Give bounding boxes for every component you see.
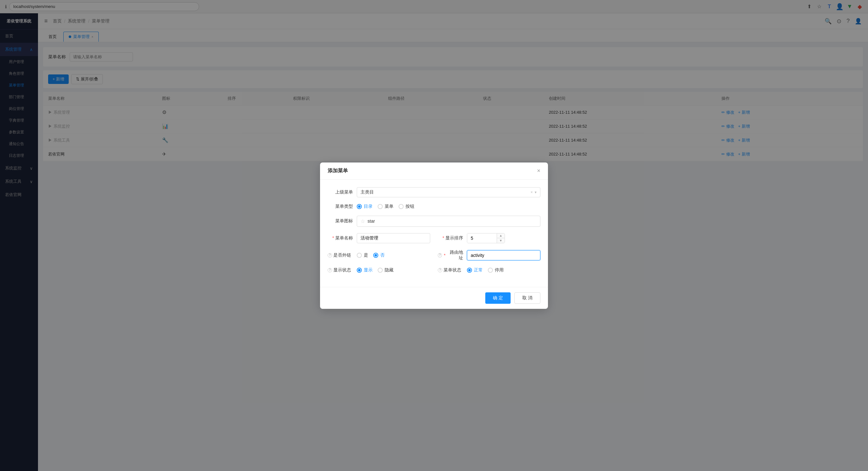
select-clear-icon[interactable]: × [531, 190, 533, 195]
help-icon-external[interactable]: ? [328, 253, 332, 258]
modal-title: 添加菜单 [328, 168, 348, 174]
external-route-row: ? 是否外链 是 否 [328, 249, 540, 261]
menu-name-input[interactable] [357, 233, 430, 243]
parent-menu-row: 上级菜单 主类目 × ▾ [328, 187, 540, 197]
name-order-row: 菜单名称 显示排序 ▲ ▼ [328, 233, 540, 243]
radio-disabled-label: 停用 [495, 267, 504, 273]
display-order-input[interactable] [467, 233, 497, 243]
menu-name-field: 菜单名称 [328, 233, 430, 243]
radio-button[interactable]: 按钮 [399, 204, 414, 209]
display-order-spinner: ▲ ▼ [467, 233, 505, 243]
display-status-radio-group: 显示 隐藏 [357, 267, 394, 273]
radio-show[interactable]: 显示 [357, 267, 373, 273]
modal-header: 添加菜单 × [320, 163, 548, 180]
radio-no-label: 否 [380, 253, 384, 258]
radio-yes-circle [357, 253, 362, 258]
spinner-controls: ▲ ▼ [497, 233, 504, 243]
status-row: ? 显示状态 显示 隐藏 [328, 267, 540, 273]
menu-status-label: ? 菜单状态 [438, 267, 463, 273]
radio-directory-circle [357, 204, 362, 209]
menu-status-radio-group: 正常 停用 [467, 267, 504, 273]
external-link-field: ? 是否外链 是 否 [328, 253, 430, 258]
radio-directory[interactable]: 目录 [357, 204, 373, 209]
radio-hide-circle [378, 268, 383, 273]
menu-status-field: ? 菜单状态 正常 停用 [438, 267, 540, 273]
radio-hide[interactable]: 隐藏 [378, 267, 394, 273]
radio-disabled[interactable]: 停用 [488, 267, 504, 273]
display-order-field: 显示排序 ▲ ▼ [438, 233, 540, 243]
display-status-label: ? 显示状态 [328, 267, 353, 273]
menu-name-label: 菜单名称 [328, 235, 353, 241]
radio-normal-label: 正常 [474, 267, 483, 273]
radio-normal[interactable]: 正常 [467, 267, 483, 273]
radio-menu[interactable]: 菜单 [378, 204, 394, 209]
help-icon-menu-status[interactable]: ? [438, 268, 442, 272]
cancel-button[interactable]: 取 消 [515, 292, 540, 304]
menu-type-radio-group: 目录 菜单 按钮 [357, 204, 414, 209]
select-actions: × ▾ [531, 190, 536, 195]
add-menu-modal: 添加菜单 × 上级菜单 主类目 × ▾ 菜单类型 [320, 163, 548, 309]
menu-type-label: 菜单类型 [328, 204, 353, 209]
help-icon-route[interactable]: ? [438, 253, 442, 258]
radio-external-no[interactable]: 否 [373, 253, 384, 258]
spinner-down-button[interactable]: ▼ [497, 238, 504, 243]
radio-button-label: 按钮 [405, 204, 414, 209]
parent-menu-value: 主类目 [361, 189, 531, 195]
route-path-field: ? * 路由地址 [438, 249, 540, 261]
star-icon: ☆ [361, 218, 365, 224]
radio-directory-label: 目录 [364, 204, 373, 209]
parent-menu-label: 上级菜单 [328, 189, 353, 195]
radio-button-circle [399, 204, 404, 209]
spinner-up-button[interactable]: ▲ [497, 233, 504, 238]
modal-footer: 确 定 取 消 [320, 287, 548, 309]
menu-icon-row: 菜单图标 ☆ star [328, 216, 540, 227]
external-radio-group: 是 否 [357, 253, 384, 258]
radio-menu-label: 菜单 [384, 204, 394, 209]
confirm-button[interactable]: 确 定 [485, 292, 510, 304]
route-path-label: ? * 路由地址 [438, 249, 463, 261]
modal-close-button[interactable]: × [537, 168, 540, 174]
radio-yes-label: 是 [364, 253, 368, 258]
external-link-label: ? 是否外链 [328, 253, 353, 258]
radio-show-label: 显示 [364, 267, 373, 273]
display-status-field: ? 显示状态 显示 隐藏 [328, 267, 430, 273]
radio-hide-label: 隐藏 [384, 267, 394, 273]
modal-body: 上级菜单 主类目 × ▾ 菜单类型 目录 [320, 180, 548, 287]
icon-name-text: star [368, 218, 375, 224]
radio-show-circle [357, 268, 362, 273]
select-dropdown-icon[interactable]: ▾ [535, 190, 536, 195]
radio-external-yes[interactable]: 是 [357, 253, 368, 258]
radio-disabled-circle [488, 268, 493, 273]
menu-icon-label: 菜单图标 [328, 218, 353, 224]
radio-normal-circle [467, 268, 472, 273]
route-path-input[interactable] [467, 250, 540, 260]
menu-type-row: 菜单类型 目录 菜单 按钮 [328, 204, 540, 209]
modal-overlay[interactable]: 添加菜单 × 上级菜单 主类目 × ▾ 菜单类型 [0, 0, 868, 471]
parent-menu-select[interactable]: 主类目 × ▾ [357, 187, 540, 197]
help-icon-display[interactable]: ? [328, 268, 332, 272]
display-order-label: 显示排序 [438, 235, 463, 241]
menu-icon-picker[interactable]: ☆ star [357, 216, 540, 227]
radio-no-circle [373, 253, 378, 258]
radio-menu-circle [378, 204, 383, 209]
